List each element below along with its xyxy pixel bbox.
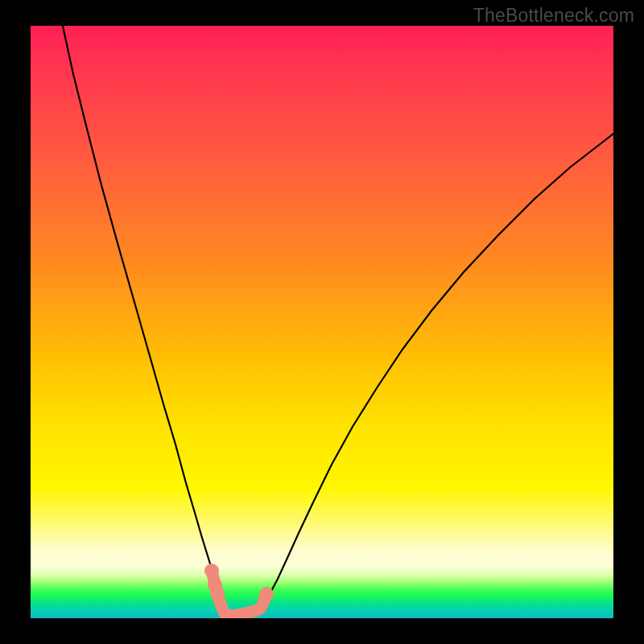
marker-3 (210, 586, 225, 601)
watermark-text: TheBottleneck.com (473, 5, 634, 27)
right-curve (227, 134, 613, 618)
marker-4 (259, 587, 274, 601)
marker-1 (204, 564, 219, 578)
chart-frame: TheBottleneck.com (0, 0, 644, 644)
left-curve (62, 26, 227, 618)
plot-area (31, 26, 613, 618)
curves-svg (31, 26, 613, 618)
